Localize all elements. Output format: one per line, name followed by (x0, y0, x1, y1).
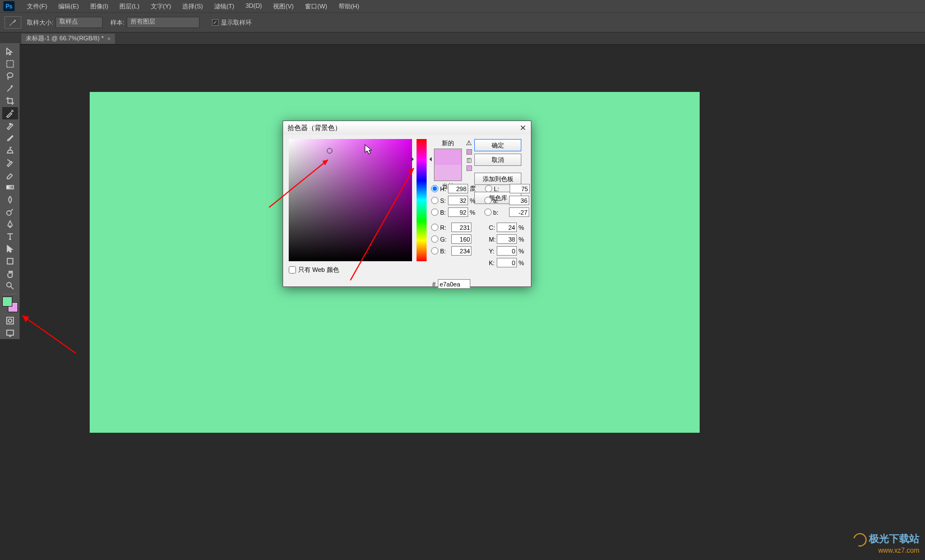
lasso-tool[interactable] (2, 70, 18, 82)
menu-item[interactable]: 文字(Y) (145, 2, 177, 11)
screen-mode-tool[interactable] (2, 327, 18, 339)
document-tab[interactable]: 未标题-1 @ 66.7%(RGB/8) *× (21, 34, 115, 44)
ok-button[interactable]: 确定 (474, 139, 521, 151)
svg-line-13 (22, 316, 76, 353)
foreground-swatch[interactable] (2, 297, 12, 307)
y-input[interactable] (497, 246, 517, 256)
sample-label: 样本: (110, 18, 124, 27)
marquee-tool[interactable] (2, 58, 18, 70)
healing-brush-tool[interactable] (2, 119, 18, 132)
gamut-swatch[interactable] (466, 149, 472, 155)
g-input[interactable] (451, 234, 471, 244)
menu-item[interactable]: 编辑(E) (53, 2, 85, 11)
a-radio[interactable]: a: (484, 197, 509, 204)
l-radio[interactable]: L: (485, 185, 510, 192)
svg-point-3 (7, 211, 11, 215)
dialog-close-icon[interactable]: ✕ (520, 123, 526, 132)
svg-rect-6 (7, 317, 13, 324)
sample-layers-select[interactable]: 所有图层 (127, 17, 200, 28)
a-input[interactable] (509, 196, 529, 205)
b-radio[interactable]: b: (484, 209, 509, 216)
eyedropper-tool-preset-icon[interactable] (4, 16, 21, 29)
menu-item[interactable]: 图像(I) (85, 2, 114, 11)
web-only-checkbox[interactable]: 只有 Web 颜色 (289, 266, 412, 274)
menu-item[interactable]: 帮助(H) (333, 2, 365, 11)
sample-size-select[interactable]: 取样点 (55, 17, 103, 28)
path-selection-tool[interactable] (2, 243, 18, 255)
svg-point-5 (7, 283, 11, 287)
menu-item[interactable]: 滤镜(T) (209, 2, 240, 11)
menu-item[interactable]: 选择(S) (177, 2, 209, 11)
menu-item[interactable]: 3D(D) (240, 2, 267, 11)
color-picker-dialog: 拾色器（背景色） ✕ 只有 Web 颜色 新的 当前 ⚠ ◫ (283, 121, 531, 287)
shape-tool[interactable] (2, 255, 18, 267)
watermark-logo-icon (851, 531, 869, 549)
m-input[interactable] (497, 234, 517, 244)
gamut-warning-icon[interactable]: ⚠ (466, 139, 472, 147)
bc-radio[interactable]: B: (431, 247, 451, 254)
type-tool[interactable] (2, 230, 18, 243)
bv-input[interactable] (448, 207, 468, 217)
sample-size-label: 取样大小: (27, 18, 53, 27)
s-radio[interactable]: S: (431, 197, 448, 204)
current-color-swatch[interactable] (434, 165, 461, 181)
menu-item[interactable]: 视图(V) (267, 2, 299, 11)
zoom-tool[interactable] (2, 280, 18, 292)
brush-tool[interactable] (2, 132, 18, 144)
svg-point-7 (8, 319, 12, 322)
menu-item[interactable]: 图层(L) (114, 2, 145, 11)
dialog-title: 拾色器（背景色） (288, 123, 341, 133)
dodge-tool[interactable] (2, 206, 18, 218)
menu-bar: Ps 文件(F)编辑(E)图像(I)图层(L)文字(Y)选择(S)滤镜(T)3D… (0, 0, 925, 12)
h-radio[interactable]: H: (431, 185, 448, 192)
r-radio[interactable]: R: (431, 224, 451, 231)
options-bar: 取样大小: 取样点 样本: 所有图层 ✓显示取样环 (0, 12, 925, 33)
hand-tool[interactable] (2, 267, 18, 280)
menu-item[interactable]: 文件(F) (21, 2, 53, 11)
blur-tool[interactable] (2, 193, 18, 206)
eyedropper-tool[interactable] (2, 107, 18, 119)
color-field[interactable] (289, 139, 412, 261)
r-input[interactable] (451, 223, 471, 232)
svg-rect-0 (7, 61, 13, 67)
svg-rect-2 (7, 186, 13, 189)
bc-input[interactable] (451, 246, 471, 256)
svg-marker-14 (22, 316, 29, 322)
gradient-tool[interactable] (2, 181, 18, 193)
document-tab-bar: 未标题-1 @ 66.7%(RGB/8) *× (0, 33, 925, 45)
magic-wand-tool[interactable] (2, 82, 18, 95)
svg-rect-8 (7, 330, 13, 335)
color-value-fields: H: 度 L: S: % a: B: % b: R: C: % G: M: (431, 183, 526, 269)
pen-tool[interactable] (2, 218, 18, 230)
k-input[interactable] (497, 258, 517, 267)
history-brush-tool[interactable] (2, 156, 18, 169)
new-color-swatch (434, 149, 461, 165)
s-input[interactable] (448, 196, 468, 205)
show-sampling-ring-checkbox[interactable]: ✓显示取样环 (212, 18, 252, 27)
menu-item[interactable]: 窗口(W) (299, 2, 333, 11)
toolbar (0, 43, 20, 339)
quickmask-tool[interactable] (2, 314, 18, 327)
hue-slider[interactable] (417, 139, 427, 261)
g-radio[interactable]: G: (431, 235, 451, 243)
websafe-swatch[interactable] (466, 165, 472, 171)
c-input[interactable] (497, 223, 517, 232)
close-tab-icon[interactable]: × (107, 35, 110, 42)
eraser-tool[interactable] (2, 169, 18, 181)
crop-tool[interactable] (2, 95, 18, 107)
color-swatches[interactable] (2, 297, 18, 312)
b-input[interactable] (509, 207, 529, 217)
ps-logo-icon: Ps (3, 1, 15, 11)
hex-input[interactable] (438, 279, 470, 289)
move-tool[interactable] (2, 45, 18, 58)
h-input[interactable] (448, 184, 468, 193)
websafe-warning-icon[interactable]: ◫ (466, 157, 471, 163)
new-color-label: 新的 (442, 139, 454, 147)
l-input[interactable] (510, 184, 530, 193)
cancel-button[interactable]: 取消 (474, 154, 521, 166)
color-preview (434, 149, 462, 181)
bv-radio[interactable]: B: (431, 209, 448, 216)
dialog-titlebar[interactable]: 拾色器（背景色） ✕ (283, 121, 531, 135)
clone-stamp-tool[interactable] (2, 144, 18, 156)
svg-rect-4 (7, 258, 13, 264)
